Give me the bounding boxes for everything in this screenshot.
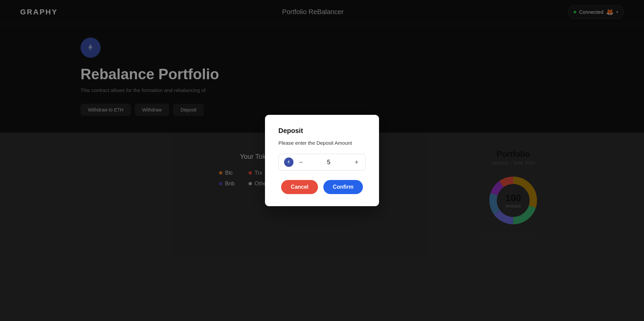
decrement-button[interactable]: −: [298, 159, 304, 166]
modal-title: Deposit: [278, 127, 366, 135]
modal-overlay[interactable]: Deposit Please enter the Deposit Amount …: [0, 0, 644, 321]
eth-icon-small: [284, 157, 293, 167]
increment-button[interactable]: +: [353, 159, 360, 166]
modal-actions: Cancel Confirm: [278, 180, 366, 194]
cancel-button[interactable]: Cancel: [281, 180, 318, 194]
modal-description: Please enter the Deposit Amount: [278, 140, 366, 146]
amount-value: 5: [308, 159, 350, 166]
amount-row: − 5 +: [278, 154, 366, 171]
deposit-modal: Deposit Please enter the Deposit Amount …: [265, 115, 379, 206]
confirm-button[interactable]: Confirm: [323, 180, 363, 194]
